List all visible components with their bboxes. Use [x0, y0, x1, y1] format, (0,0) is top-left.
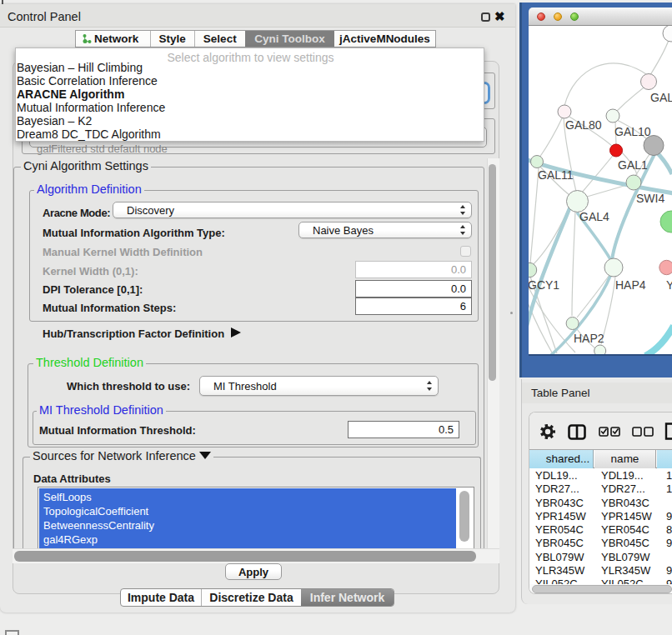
svg-text:GAL1: GAL1: [618, 158, 648, 172]
svg-text:Y: Y: [666, 278, 672, 292]
svg-text:SWI4: SWI4: [636, 192, 664, 205]
svg-text:GAL: GAL: [650, 91, 672, 104]
svg-text:GAL4: GAL4: [579, 210, 609, 223]
svg-text:GAL10: GAL10: [614, 125, 651, 138]
svg-text:GAL11: GAL11: [538, 168, 574, 182]
svg-text:GAL80: GAL80: [565, 118, 602, 132]
svg-text:HAP2: HAP2: [574, 332, 604, 345]
svg-text:HAP4: HAP4: [615, 278, 646, 292]
svg-text:GCY1: GCY1: [529, 278, 559, 292]
